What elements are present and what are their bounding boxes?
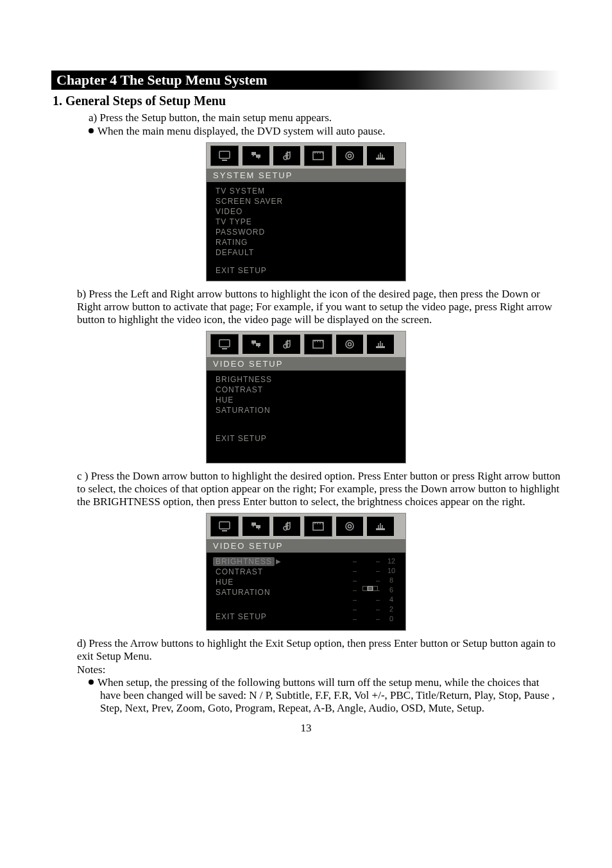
menu-tabs bbox=[207, 143, 405, 169]
scale-value: 4 bbox=[389, 595, 393, 605]
page-number: 13 bbox=[51, 722, 561, 735]
svg-rect-0 bbox=[219, 151, 230, 158]
system-tab-icon[interactable] bbox=[210, 146, 239, 166]
menu-item[interactable]: RATING bbox=[216, 237, 396, 247]
video-tab-icon[interactable] bbox=[304, 516, 332, 537]
scale-ticks-left: ––––––– bbox=[352, 556, 358, 624]
menu-item[interactable]: SATURATION bbox=[216, 587, 352, 597]
menu-item[interactable]: TV TYPE bbox=[216, 217, 396, 227]
menu-item[interactable]: VIDEO bbox=[216, 206, 396, 217]
svg-rect-8 bbox=[313, 340, 323, 348]
svg-rect-17 bbox=[376, 528, 385, 530]
svg-rect-12 bbox=[219, 522, 230, 529]
menu-item[interactable]: PASSWORD bbox=[216, 227, 396, 237]
menu2-title: VIDEO SETUP bbox=[207, 357, 405, 371]
step-a-bullet: When the main menu displayed, the DVD sy… bbox=[51, 124, 561, 138]
menu-item[interactable]: DEFAULT bbox=[216, 247, 396, 258]
bullet-icon bbox=[89, 128, 94, 133]
step-a: a) Press the Setup button, the main setu… bbox=[51, 111, 561, 124]
svg-point-3 bbox=[346, 152, 353, 160]
menu-item[interactable]: CONTRAST bbox=[216, 385, 396, 395]
svg-point-9 bbox=[346, 340, 353, 348]
menu3-body: BRIGHTNESS ▶ CONTRAST HUE SATURATION EXI… bbox=[207, 553, 405, 630]
menu-tabs bbox=[207, 513, 405, 539]
menu2-body: BRIGHTNESS CONTRAST HUE SATURATION EXIT … bbox=[207, 371, 405, 463]
menu-item-brightness[interactable]: BRIGHTNESS ▶ bbox=[216, 556, 352, 567]
svg-rect-1 bbox=[222, 160, 227, 161]
menu-item[interactable]: HUE bbox=[216, 577, 352, 587]
scale-slider-col bbox=[363, 556, 370, 624]
scale-value: 2 bbox=[389, 605, 393, 614]
menu-exit[interactable]: EXIT SETUP bbox=[216, 265, 396, 276]
svg-point-15 bbox=[346, 522, 353, 530]
digital-tab-icon[interactable] bbox=[367, 146, 394, 165]
svg-point-4 bbox=[348, 154, 352, 157]
digital-tab-icon[interactable] bbox=[367, 517, 394, 536]
bullet-icon bbox=[89, 680, 94, 685]
audio-tab-icon[interactable] bbox=[273, 146, 300, 165]
brightness-highlight: BRIGHTNESS bbox=[213, 557, 275, 566]
slider-marker-icon bbox=[362, 586, 378, 591]
scale-value: 10 bbox=[387, 566, 395, 576]
video-setup-menu: VIDEO SETUP BRIGHTNESS CONTRAST HUE SATU… bbox=[206, 331, 406, 463]
language-tab-icon[interactable] bbox=[242, 146, 269, 165]
svg-rect-5 bbox=[376, 158, 385, 160]
audio-tab-icon[interactable] bbox=[273, 335, 300, 354]
scale-value: 12 bbox=[387, 556, 395, 566]
menu-exit[interactable]: EXIT SETUP bbox=[216, 433, 396, 444]
page: Chapter 4 The Setup Menu System 1. Gener… bbox=[0, 0, 612, 760]
menu1-body: TV SYSTEM SCREEN SAVER VIDEO TV TYPE PAS… bbox=[207, 182, 405, 281]
menu-item[interactable]: SATURATION bbox=[216, 405, 396, 415]
video-tab-icon[interactable] bbox=[304, 146, 332, 166]
svg-point-10 bbox=[348, 342, 352, 346]
menu-item[interactable]: SCREEN SAVER bbox=[216, 196, 396, 206]
notes-bullet: When setup, the pressing of the followin… bbox=[51, 676, 561, 715]
svg-rect-14 bbox=[313, 522, 323, 530]
menu3-left: BRIGHTNESS ▶ CONTRAST HUE SATURATION EXI… bbox=[216, 556, 352, 624]
step-b: b) Press the Left and Right arrow button… bbox=[51, 288, 561, 327]
menu-exit[interactable]: EXIT SETUP bbox=[216, 612, 352, 622]
speaker-tab-icon[interactable] bbox=[336, 146, 363, 165]
speaker-tab-icon[interactable] bbox=[336, 517, 363, 536]
notes-bullet-text: When setup, the pressing of the followin… bbox=[98, 676, 555, 715]
language-tab-icon[interactable] bbox=[242, 517, 269, 536]
system-tab-icon[interactable] bbox=[210, 516, 239, 537]
menu-item[interactable]: HUE bbox=[216, 395, 396, 405]
step-d: d) Press the Arrow buttons to highlight … bbox=[51, 637, 561, 664]
language-tab-icon[interactable] bbox=[242, 335, 269, 354]
brightness-scale[interactable]: ––––––– ––––––– 12 10 8 6 4 bbox=[352, 556, 396, 624]
system-tab-icon[interactable] bbox=[210, 334, 239, 355]
menu-item[interactable]: TV SYSTEM bbox=[216, 186, 396, 196]
audio-tab-icon[interactable] bbox=[273, 517, 300, 536]
speaker-tab-icon[interactable] bbox=[336, 335, 363, 354]
video-setup-brightness-menu: VIDEO SETUP BRIGHTNESS ▶ CONTRAST HUE SA… bbox=[206, 513, 406, 631]
notes-label: Notes: bbox=[51, 664, 561, 676]
scale-value: 6 bbox=[389, 585, 393, 595]
svg-rect-2 bbox=[313, 152, 323, 160]
video-tab-icon[interactable] bbox=[304, 334, 332, 355]
system-setup-menu: SYSTEM SETUP TV SYSTEM SCREEN SAVER VIDE… bbox=[206, 142, 406, 281]
scale-values: 12 10 8 6 4 2 0 bbox=[386, 556, 396, 624]
menu1-title: SYSTEM SETUP bbox=[207, 169, 405, 182]
scale-value: 8 bbox=[389, 576, 393, 585]
scale-value: 0 bbox=[389, 614, 393, 624]
menu3-title: VIDEO SETUP bbox=[207, 539, 405, 553]
menu-tabs bbox=[207, 331, 405, 357]
bullet-a-text: When the main menu displayed, the DVD sy… bbox=[98, 125, 386, 137]
svg-rect-6 bbox=[219, 340, 230, 347]
section-title: 1. General Steps of Setup Menu bbox=[51, 94, 561, 108]
chapter-header: Chapter 4 The Setup Menu System bbox=[51, 71, 561, 90]
digital-tab-icon[interactable] bbox=[367, 335, 394, 354]
step-c: c ) Press the Down arrow button to highl… bbox=[51, 470, 561, 509]
menu-item[interactable]: CONTRAST bbox=[216, 567, 352, 577]
svg-rect-11 bbox=[376, 346, 385, 348]
svg-rect-7 bbox=[222, 348, 227, 349]
svg-rect-13 bbox=[222, 530, 227, 531]
svg-point-16 bbox=[348, 524, 352, 528]
caret-right-icon: ▶ bbox=[276, 558, 282, 565]
menu-item[interactable]: BRIGHTNESS bbox=[216, 374, 396, 385]
